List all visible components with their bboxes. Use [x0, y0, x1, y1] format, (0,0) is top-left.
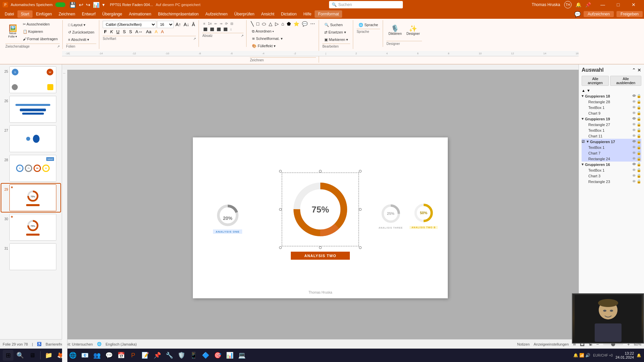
justify-btn[interactable]: ⬛: [222, 27, 228, 32]
align-right-btn[interactable]: ⬛: [216, 27, 222, 32]
taskbar-search[interactable]: 🔍: [15, 350, 25, 361]
designer-button[interactable]: ✨ Designer: [405, 21, 422, 40]
tree-eye-textbox1-18[interactable]: 👁: [632, 105, 636, 110]
slide-thumb-28[interactable]: 28 S 75 99 M label: [1, 154, 60, 182]
handle-mr[interactable]: [359, 208, 362, 211]
taskbar-start[interactable]: ⊞: [3, 350, 13, 361]
tree-expand-19[interactable]: ▾: [582, 117, 584, 121]
menu-entwurf[interactable]: Entwurf: [78, 10, 99, 18]
new-slide-button[interactable]: 🖼️ Neue Folie ▾: [5, 22, 20, 41]
restore-button[interactable]: □: [610, 0, 626, 9]
freigeben-btn[interactable]: Freigeben: [616, 11, 643, 17]
toolbar-undo-icon[interactable]: ↩: [79, 2, 83, 8]
underline-btn[interactable]: U: [115, 29, 121, 35]
tree-lock-rect24[interactable]: 🔒: [637, 157, 641, 161]
shape-5[interactable]: ▷: [274, 21, 280, 27]
tree-group-16[interactable]: ▾ Gruppieren 16 👁🔒: [582, 162, 641, 167]
tree-eye-chart7[interactable]: 👁: [632, 151, 636, 155]
tree-lock-textbox1-18[interactable]: 🔒: [637, 105, 641, 110]
toolbar-save-icon[interactable]: 💾: [69, 2, 76, 8]
copy-button[interactable]: 📋 Kopieren: [21, 28, 60, 35]
sort-up-icon[interactable]: ▲: [582, 88, 585, 93]
diktieren-button[interactable]: 🎙️ Diktieren: [386, 21, 404, 40]
menu-formformat[interactable]: Formformat: [315, 10, 342, 18]
format-painter-button[interactable]: 🖌 Format übertragen: [21, 36, 60, 42]
shadow-btn[interactable]: S: [128, 29, 133, 35]
hide-all-button[interactable]: Alle ausblenden: [610, 76, 641, 86]
line-spacing-btn[interactable]: ↕: [229, 27, 233, 32]
tree-expand-17[interactable]: ▾: [587, 139, 589, 144]
sort-down-icon[interactable]: ▼: [587, 88, 590, 93]
tree-eye-17[interactable]: 👁: [632, 139, 636, 144]
tree-eye-rect28[interactable]: 👁: [632, 100, 636, 104]
tree-eye-textbox1-16[interactable]: 👁: [632, 168, 636, 172]
slide-thumb-31[interactable]: 31: [1, 243, 60, 271]
tree-eye-16[interactable]: 👁: [632, 162, 636, 167]
slide-thumb-29[interactable]: 29 75% ★: [1, 184, 60, 212]
analysis-two-btn[interactable]: ANALYSIS TWO: [291, 252, 350, 260]
tree-expand-16[interactable]: ▾: [582, 162, 584, 167]
tree-eye-chart3[interactable]: 👁: [632, 174, 636, 178]
tree-lock-rect23[interactable]: 🔒: [637, 179, 641, 184]
tree-group-19[interactable]: ▾ Gruppieren 19 👁🔒: [582, 116, 641, 122]
canvas-area[interactable]: -8-6-4-2|2468 20% ANALYSIS ONE: [62, 70, 579, 362]
shape-4[interactable]: △: [268, 21, 273, 27]
font-color-btn[interactable]: A: [160, 29, 165, 35]
toolbar-dropdown[interactable]: ▾: [102, 2, 105, 7]
columns-btn[interactable]: ⊟: [229, 21, 234, 26]
handle-bl[interactable]: [279, 246, 282, 249]
shape-9[interactable]: 💬: [301, 21, 309, 27]
tree-lock-19[interactable]: 🔒: [637, 117, 641, 121]
menu-zeichnen[interactable]: Zeichnen: [55, 10, 78, 18]
tree-eye-rect23[interactable]: 👁: [632, 179, 636, 184]
ribbon-collapse-icon[interactable]: 📌: [585, 2, 591, 7]
case-btn[interactable]: Aa: [145, 29, 153, 35]
slide-thumb-30[interactable]: 30 75% ★: [1, 213, 60, 241]
handle-tr[interactable]: [359, 170, 362, 173]
tree-eye-19[interactable]: 👁: [632, 117, 636, 121]
tree-eye-chart11[interactable]: 👁: [632, 134, 636, 138]
tree-eye-18[interactable]: 👁: [632, 94, 636, 98]
shape-8[interactable]: ⭐: [292, 21, 300, 27]
handle-br[interactable]: [359, 246, 362, 249]
taskbar-powerpoint[interactable]: P: [128, 350, 139, 361]
tree-lock-textbox1-17[interactable]: 🔒: [637, 145, 641, 149]
tree-lock-rect27[interactable]: 🔒: [637, 122, 641, 127]
tree-chart3[interactable]: Chart 3 👁🔒: [582, 173, 641, 179]
shape-10[interactable]: ⋯: [309, 21, 316, 27]
replace-btn[interactable]: ⇄ Ersetzen ▾: [322, 29, 350, 36]
menu-ueberpruefen[interactable]: Überprüfen: [231, 10, 258, 18]
tree-lock-rect28[interactable]: 🔒: [637, 100, 641, 104]
shape-2[interactable]: □: [255, 21, 260, 27]
menu-start[interactable]: Start: [17, 10, 33, 18]
taskbar-tool2[interactable]: 🛡️: [176, 350, 187, 361]
font-size-select[interactable]: 16: [157, 21, 174, 28]
notes-btn[interactable]: Notizen: [517, 342, 530, 346]
highlight-btn[interactable]: A: [153, 29, 159, 35]
shape-3[interactable]: ⬭: [261, 21, 267, 27]
handle-ml[interactable]: [279, 208, 282, 211]
search-bar[interactable]: 🔍 Suchen: [329, 1, 403, 8]
menu-hilfe[interactable]: Hilfe: [300, 10, 315, 18]
taskbar-files[interactable]: 📁: [43, 350, 54, 361]
tree-chart7[interactable]: Chart 7 👁🔒: [582, 150, 641, 156]
tree-lock-chart11[interactable]: 🔒: [637, 134, 641, 138]
cut-button[interactable]: ✂ Ausschneiden: [21, 21, 60, 27]
bullets-btn[interactable]: ≡: [202, 21, 206, 26]
tree-textbox1-18[interactable]: TextBox 1 👁🔒: [582, 105, 641, 110]
shape-1[interactable]: ╲: [250, 21, 255, 27]
toolbar-ppt-icon[interactable]: 📊: [93, 2, 100, 8]
tree-rectangle23[interactable]: Rectangle 23 👁🔒: [582, 179, 641, 184]
panel-collapse-icon[interactable]: ⌃: [632, 67, 636, 73]
toolbar-redo-icon[interactable]: ↪: [86, 2, 90, 8]
tree-chart11[interactable]: Chart 11 👁🔒: [582, 133, 641, 139]
taskbar-tool6[interactable]: 💻: [236, 350, 247, 361]
menu-bildschirm[interactable]: Bildschirmpräsentation: [155, 10, 202, 18]
share-icon[interactable]: 🔔: [576, 2, 581, 7]
tree-checkbox-17[interactable]: ☑: [582, 140, 585, 143]
aufzeichnen-btn[interactable]: Aufzeichnen: [584, 11, 614, 17]
tree-eye-rect24[interactable]: 👁: [632, 157, 636, 161]
tree-chart9[interactable]: Chart 9 👁🔒: [582, 110, 641, 116]
tree-lock-18[interactable]: 🔒: [637, 94, 641, 98]
handle-bm[interactable]: [319, 246, 322, 249]
